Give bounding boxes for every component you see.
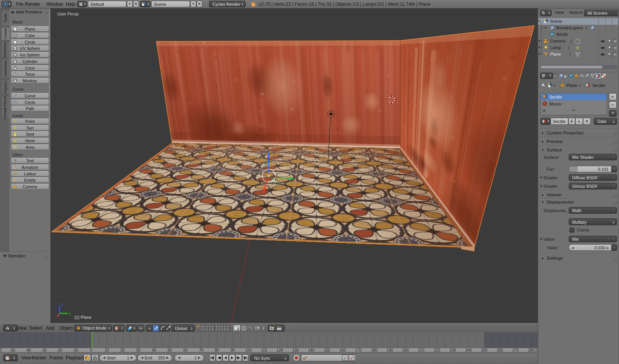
svg-text:60: 60 (183, 348, 188, 352)
svg-text:130: 130 (292, 348, 299, 352)
svg-text:-10: -10 (73, 348, 79, 352)
svg-text:80: 80 (215, 348, 219, 352)
svg-text:180: 180 (371, 348, 378, 352)
svg-text:190: 190 (386, 348, 393, 352)
svg-text:y: y (69, 311, 71, 316)
svg-text:-50: -50 (10, 348, 15, 352)
svg-text:150: 150 (324, 348, 330, 352)
svg-text:i: i (5, 2, 6, 6)
svg-text:230: 230 (450, 348, 456, 352)
svg-text:-40: -40 (26, 348, 31, 352)
svg-text:240: 240 (465, 348, 472, 352)
svg-text:280: 280 (528, 348, 535, 352)
svg-text:140: 140 (308, 348, 315, 352)
svg-text:70: 70 (199, 348, 203, 352)
svg-text:260: 260 (497, 348, 503, 352)
svg-text:160: 160 (339, 348, 346, 352)
svg-text:170: 170 (355, 348, 362, 352)
svg-text:270: 270 (512, 348, 519, 352)
svg-text:100: 100 (245, 348, 252, 352)
svg-text:250: 250 (481, 348, 487, 352)
svg-text:10: 10 (105, 348, 109, 352)
svg-text:120: 120 (277, 348, 283, 352)
svg-text:110: 110 (261, 348, 267, 352)
svg-text:210: 210 (418, 348, 425, 352)
svg-text:-20: -20 (57, 348, 63, 352)
svg-text:20: 20 (120, 348, 125, 352)
svg-text:0: 0 (90, 348, 92, 352)
svg-text:40: 40 (152, 348, 157, 352)
svg-text:30: 30 (136, 348, 141, 352)
svg-text:220: 220 (434, 348, 440, 352)
svg-text:50: 50 (168, 348, 172, 352)
svg-text:200: 200 (402, 348, 409, 352)
svg-text:90: 90 (231, 348, 235, 352)
svg-text:z: z (61, 302, 63, 307)
svg-text:-30: -30 (41, 348, 47, 352)
